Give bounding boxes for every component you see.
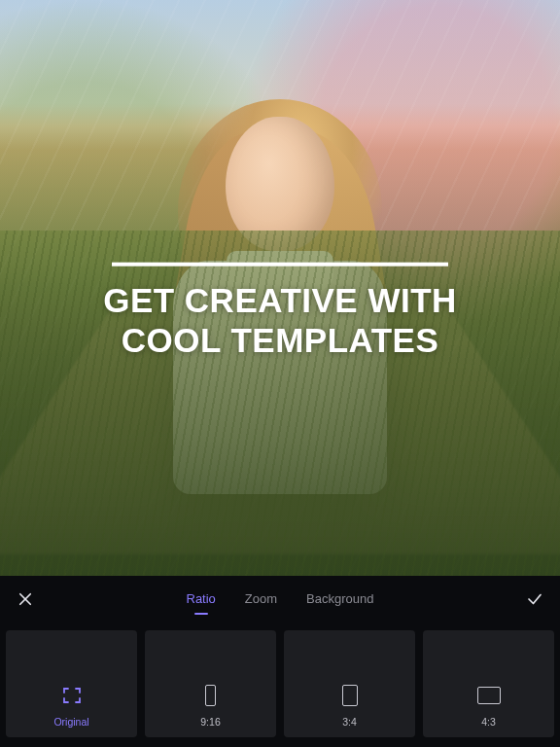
headline-line-2: COOL TEMPLATES — [122, 321, 439, 359]
hero-image: GET CREATIVE WITH COOL TEMPLATES — [0, 0, 560, 576]
ratio-original[interactable]: Original — [6, 630, 137, 737]
ratio-3-4-icon — [342, 682, 358, 709]
ratio-9-16[interactable]: 9:16 — [145, 630, 276, 737]
ratio-4-3-icon — [477, 682, 501, 709]
tab-zoom-label: Zoom — [245, 591, 277, 606]
tabs: Ratio Zoom Background — [187, 586, 374, 613]
ratio-4-3[interactable]: 4:3 — [423, 630, 554, 737]
ratio-3-4[interactable]: 3:4 — [284, 630, 415, 737]
ratio-options: Original 9:16 3:4 4:3 — [0, 622, 560, 747]
check-icon — [526, 590, 543, 608]
original-ratio-icon — [60, 682, 84, 709]
headline-text: GET CREATIVE WITH COOL TEMPLATES — [103, 279, 457, 360]
tab-background[interactable]: Background — [306, 586, 373, 613]
headline: GET CREATIVE WITH COOL TEMPLATES — [0, 262, 560, 360]
confirm-button[interactable] — [511, 576, 558, 622]
ratio-9-16-icon — [205, 682, 216, 709]
editor-panel: Ratio Zoom Background — [0, 576, 560, 747]
headline-rule — [112, 262, 448, 266]
close-button[interactable] — [2, 576, 49, 622]
ratio-original-label: Original — [53, 716, 88, 728]
app-root: GET CREATIVE WITH COOL TEMPLATES Ratio Z… — [0, 0, 560, 747]
tab-background-label: Background — [306, 591, 373, 606]
ratio-4-3-label: 4:3 — [481, 716, 496, 728]
panel-header: Ratio Zoom Background — [0, 576, 560, 622]
tab-ratio-label: Ratio — [187, 591, 216, 606]
headline-line-1: GET CREATIVE WITH — [103, 280, 457, 318]
tab-ratio[interactable]: Ratio — [187, 586, 216, 613]
tab-zoom[interactable]: Zoom — [245, 586, 277, 613]
hero-subject-head — [226, 117, 334, 251]
close-icon — [17, 590, 34, 608]
ratio-9-16-label: 9:16 — [200, 716, 220, 728]
ratio-3-4-label: 3:4 — [342, 716, 357, 728]
